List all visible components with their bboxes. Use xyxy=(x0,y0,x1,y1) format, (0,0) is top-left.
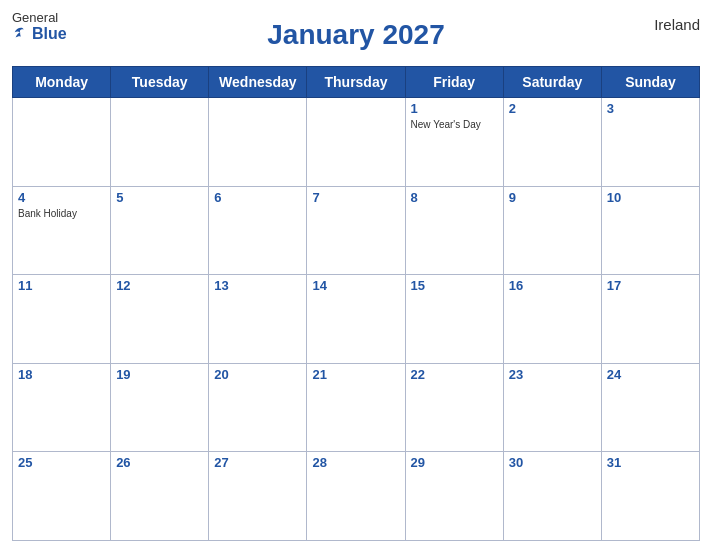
calendar-cell-w4-d5: 22 xyxy=(405,363,503,452)
calendar-cell-w3-d5: 15 xyxy=(405,275,503,364)
calendar-cell-w3-d1: 11 xyxy=(13,275,111,364)
day-number: 31 xyxy=(607,455,694,470)
calendar-cell-w3-d4: 14 xyxy=(307,275,405,364)
calendar-cell-w1-d6: 2 xyxy=(503,98,601,187)
weekday-tuesday: Tuesday xyxy=(111,67,209,98)
weekday-friday: Friday xyxy=(405,67,503,98)
calendar-cell-w2-d6: 9 xyxy=(503,186,601,275)
week-row-3: 11121314151617 xyxy=(13,275,700,364)
calendar-cell-w5-d2: 26 xyxy=(111,452,209,541)
day-number: 17 xyxy=(607,278,694,293)
country-label: Ireland xyxy=(654,16,700,33)
day-number: 10 xyxy=(607,190,694,205)
logo-blue-text: Blue xyxy=(12,25,67,43)
day-number: 2 xyxy=(509,101,596,116)
day-number: 15 xyxy=(411,278,498,293)
day-number: 13 xyxy=(214,278,301,293)
calendar-cell-w2-d2: 5 xyxy=(111,186,209,275)
day-number: 18 xyxy=(18,367,105,382)
calendar-cell-w2-d4: 7 xyxy=(307,186,405,275)
week-row-2: 4Bank Holiday5678910 xyxy=(13,186,700,275)
calendar-cell-w5-d1: 25 xyxy=(13,452,111,541)
day-number: 14 xyxy=(312,278,399,293)
day-number: 11 xyxy=(18,278,105,293)
day-number: 24 xyxy=(607,367,694,382)
calendar-cell-w1-d3 xyxy=(209,98,307,187)
calendar-cell-w4-d7: 24 xyxy=(601,363,699,452)
calendar-cell-w5-d7: 31 xyxy=(601,452,699,541)
day-event: New Year's Day xyxy=(411,118,498,131)
weekday-header-row: Monday Tuesday Wednesday Thursday Friday… xyxy=(13,67,700,98)
day-number: 16 xyxy=(509,278,596,293)
calendar-cell-w1-d5: 1New Year's Day xyxy=(405,98,503,187)
day-number: 23 xyxy=(509,367,596,382)
calendar-cell-w3-d2: 12 xyxy=(111,275,209,364)
weekday-sunday: Sunday xyxy=(601,67,699,98)
day-number: 20 xyxy=(214,367,301,382)
weekday-monday: Monday xyxy=(13,67,111,98)
day-number: 8 xyxy=(411,190,498,205)
calendar-title: January 2027 xyxy=(267,19,444,51)
day-number: 6 xyxy=(214,190,301,205)
day-event: Bank Holiday xyxy=(18,207,105,220)
calendar-cell-w1-d7: 3 xyxy=(601,98,699,187)
day-number: 26 xyxy=(116,455,203,470)
weekday-wednesday: Wednesday xyxy=(209,67,307,98)
calendar-cell-w2-d5: 8 xyxy=(405,186,503,275)
day-number: 1 xyxy=(411,101,498,116)
calendar-cell-w2-d1: 4Bank Holiday xyxy=(13,186,111,275)
calendar-cell-w2-d7: 10 xyxy=(601,186,699,275)
logo-bird-icon xyxy=(12,25,30,43)
calendar-cell-w1-d2 xyxy=(111,98,209,187)
day-number: 22 xyxy=(411,367,498,382)
logo-general-text: General xyxy=(12,10,58,25)
week-row-4: 18192021222324 xyxy=(13,363,700,452)
calendar-cell-w4-d3: 20 xyxy=(209,363,307,452)
calendar-cell-w3-d6: 16 xyxy=(503,275,601,364)
day-number: 29 xyxy=(411,455,498,470)
week-row-5: 25262728293031 xyxy=(13,452,700,541)
calendar-cell-w5-d6: 30 xyxy=(503,452,601,541)
calendar-cell-w1-d4 xyxy=(307,98,405,187)
calendar-cell-w5-d5: 29 xyxy=(405,452,503,541)
calendar-cell-w3-d3: 13 xyxy=(209,275,307,364)
calendar-table: Monday Tuesday Wednesday Thursday Friday… xyxy=(12,66,700,541)
day-number: 28 xyxy=(312,455,399,470)
calendar-cell-w4-d6: 23 xyxy=(503,363,601,452)
day-number: 30 xyxy=(509,455,596,470)
week-row-1: 1New Year's Day23 xyxy=(13,98,700,187)
calendar-cell-w4-d2: 19 xyxy=(111,363,209,452)
day-number: 9 xyxy=(509,190,596,205)
calendar-header: General Blue January 2027 Ireland xyxy=(12,10,700,60)
calendar-cell-w4-d4: 21 xyxy=(307,363,405,452)
day-number: 27 xyxy=(214,455,301,470)
calendar-wrapper: General Blue January 2027 Ireland Monday… xyxy=(0,0,712,550)
weekday-thursday: Thursday xyxy=(307,67,405,98)
calendar-cell-w1-d1 xyxy=(13,98,111,187)
calendar-cell-w5-d4: 28 xyxy=(307,452,405,541)
calendar-cell-w3-d7: 17 xyxy=(601,275,699,364)
logo: General Blue xyxy=(12,10,67,43)
day-number: 4 xyxy=(18,190,105,205)
day-number: 3 xyxy=(607,101,694,116)
day-number: 7 xyxy=(312,190,399,205)
day-number: 12 xyxy=(116,278,203,293)
calendar-cell-w4-d1: 18 xyxy=(13,363,111,452)
calendar-cell-w2-d3: 6 xyxy=(209,186,307,275)
day-number: 25 xyxy=(18,455,105,470)
weekday-saturday: Saturday xyxy=(503,67,601,98)
day-number: 21 xyxy=(312,367,399,382)
calendar-cell-w5-d3: 27 xyxy=(209,452,307,541)
day-number: 19 xyxy=(116,367,203,382)
day-number: 5 xyxy=(116,190,203,205)
